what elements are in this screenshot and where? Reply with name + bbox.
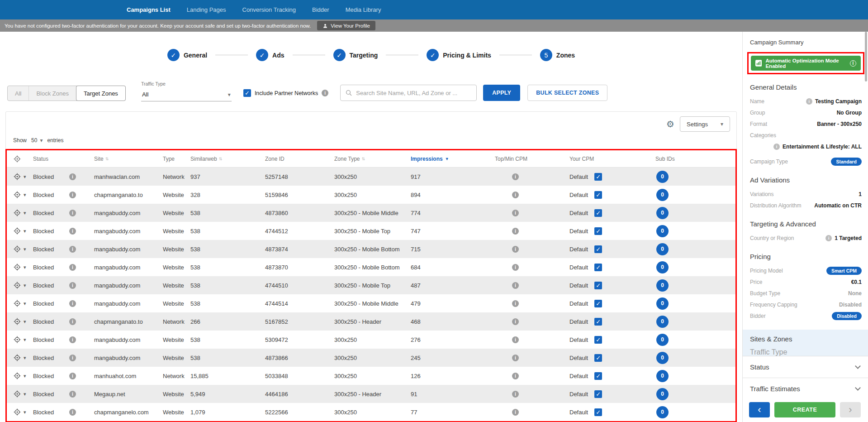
sub-ids-badge[interactable]: 0 xyxy=(656,316,669,328)
sub-ids-badge[interactable]: 0 xyxy=(656,279,669,292)
tab-landing-pages[interactable]: Landing Pages xyxy=(187,6,226,13)
col-your-cpm[interactable]: Your CPM xyxy=(569,156,655,162)
col-type[interactable]: Type xyxy=(163,156,190,162)
col-impressions-sorted[interactable]: Impressions▼ xyxy=(411,156,495,162)
row-expand-caret-icon[interactable]: ▾ xyxy=(24,210,26,216)
row-expand-caret-icon[interactable]: ▾ xyxy=(24,355,26,361)
target-zone-icon[interactable] xyxy=(13,155,21,163)
info-icon[interactable]: i xyxy=(69,318,76,325)
info-icon[interactable]: i xyxy=(806,98,812,105)
row-expand-caret-icon[interactable]: ▾ xyxy=(24,391,26,397)
top-min-cpm-info-icon[interactable]: i xyxy=(512,210,519,216)
entries-count-select[interactable]: 50 ▾ xyxy=(31,137,43,144)
target-zone-icon[interactable] xyxy=(13,317,21,326)
target-zone-icon[interactable] xyxy=(13,336,21,344)
your-cpm-checkbox[interactable]: ✓ xyxy=(594,372,602,380)
info-icon[interactable]: i xyxy=(69,336,76,343)
info-icon[interactable]: i xyxy=(825,235,832,241)
gear-icon[interactable]: ⚙ xyxy=(666,120,674,129)
your-cpm-checkbox[interactable]: ✓ xyxy=(594,300,602,307)
target-zone-icon[interactable] xyxy=(13,263,21,271)
automatic-optimization-button[interactable]: Automatic Optimization Mode Enabled i xyxy=(751,56,861,71)
col-zone-id[interactable]: Zone ID xyxy=(265,156,334,162)
step-targeting[interactable]: ✓ Targeting xyxy=(333,49,378,61)
top-min-cpm-info-icon[interactable]: i xyxy=(512,355,519,361)
info-icon[interactable]: i xyxy=(69,282,76,289)
top-min-cpm-info-icon[interactable]: i xyxy=(512,336,519,343)
top-min-cpm-info-icon[interactable]: i xyxy=(512,373,519,379)
traffic-type-select[interactable]: All ▾ xyxy=(141,89,232,101)
your-cpm-checkbox[interactable]: ✓ xyxy=(594,336,602,344)
sub-ids-badge[interactable]: 0 xyxy=(656,261,669,273)
info-icon[interactable]: i xyxy=(69,373,76,379)
zone-search-input[interactable] xyxy=(356,90,472,96)
top-min-cpm-info-icon[interactable]: i xyxy=(512,282,519,289)
top-min-cpm-info-icon[interactable]: i xyxy=(512,246,519,253)
info-icon[interactable]: i xyxy=(69,391,76,398)
status-collapsible[interactable]: Status xyxy=(743,356,868,378)
your-cpm-checkbox[interactable]: ✓ xyxy=(594,209,602,217)
your-cpm-checkbox[interactable]: ✓ xyxy=(594,191,602,199)
your-cpm-checkbox[interactable]: ✓ xyxy=(594,282,602,289)
segment-all[interactable]: All xyxy=(8,86,29,101)
top-min-cpm-info-icon[interactable]: i xyxy=(512,228,519,235)
top-min-cpm-info-icon[interactable]: i xyxy=(512,173,519,180)
top-min-cpm-info-icon[interactable]: i xyxy=(512,391,519,398)
your-cpm-checkbox[interactable]: ✓ xyxy=(594,318,602,326)
row-expand-caret-icon[interactable]: ▾ xyxy=(24,373,26,379)
segment-target-zones[interactable]: Target Zones xyxy=(76,86,126,101)
settings-dropdown[interactable]: Settings ▾ xyxy=(680,116,730,132)
col-similarweb[interactable]: Similarweb⇅ xyxy=(190,156,265,162)
col-site[interactable]: Site⇅ xyxy=(94,156,163,162)
sub-ids-badge[interactable]: 0 xyxy=(656,406,669,418)
row-expand-caret-icon[interactable]: ▾ xyxy=(24,337,26,343)
create-button[interactable]: CREATE xyxy=(774,402,835,417)
your-cpm-checkbox[interactable]: ✓ xyxy=(594,227,602,235)
sub-ids-badge[interactable]: 0 xyxy=(656,243,669,255)
row-expand-caret-icon[interactable]: ▾ xyxy=(24,246,26,252)
target-zone-icon[interactable] xyxy=(13,390,21,398)
col-zone-type[interactable]: Zone Type⇅ xyxy=(334,156,411,162)
info-icon[interactable]: i xyxy=(69,355,76,361)
top-min-cpm-info-icon[interactable]: i xyxy=(512,264,519,271)
row-expand-caret-icon[interactable]: ▾ xyxy=(24,409,26,415)
info-icon[interactable]: i xyxy=(322,90,328,96)
tab-conversion-tracking[interactable]: Conversion Tracking xyxy=(242,6,296,13)
info-icon[interactable]: i xyxy=(69,173,76,180)
tab-bidder[interactable]: Bidder xyxy=(312,6,329,13)
sub-ids-badge[interactable]: 0 xyxy=(656,334,669,346)
traffic-estimates-collapsible[interactable]: Traffic Estimates xyxy=(743,378,868,399)
step-done-check-icon[interactable]: ✓ xyxy=(427,49,439,61)
segment-block-zones[interactable]: Block Zones xyxy=(29,86,76,101)
step-number-badge[interactable]: 5 xyxy=(540,49,552,61)
step-ads[interactable]: ✓ Ads xyxy=(256,49,284,61)
sub-ids-badge[interactable]: 0 xyxy=(656,388,669,400)
sub-ids-badge[interactable]: 0 xyxy=(656,225,669,237)
sub-ids-badge[interactable]: 0 xyxy=(656,171,669,183)
col-top-min-cpm[interactable]: Top/Min CPM xyxy=(495,156,569,162)
target-zone-icon[interactable] xyxy=(13,354,21,362)
apply-button[interactable]: APPLY xyxy=(483,85,520,101)
your-cpm-checkbox[interactable]: ✓ xyxy=(594,408,602,416)
top-min-cpm-info-icon[interactable]: i xyxy=(512,192,519,198)
target-zone-icon[interactable] xyxy=(13,191,21,199)
your-cpm-checkbox[interactable]: ✓ xyxy=(594,245,602,253)
info-icon[interactable]: i xyxy=(69,300,76,307)
target-zone-icon[interactable] xyxy=(13,173,21,181)
info-icon[interactable]: i xyxy=(69,246,76,253)
row-expand-caret-icon[interactable]: ▾ xyxy=(24,264,26,270)
sub-ids-badge[interactable]: 0 xyxy=(656,297,669,310)
your-cpm-checkbox[interactable]: ✓ xyxy=(594,264,602,271)
sub-ids-badge[interactable]: 0 xyxy=(656,370,669,382)
target-zone-icon[interactable] xyxy=(13,408,21,416)
target-zone-icon[interactable] xyxy=(13,299,21,307)
row-expand-caret-icon[interactable]: ▾ xyxy=(24,228,26,234)
info-icon[interactable]: i xyxy=(69,228,76,235)
target-zone-icon[interactable] xyxy=(13,245,21,253)
previous-step-button[interactable]: ‹ xyxy=(749,402,770,417)
row-expand-caret-icon[interactable]: ▾ xyxy=(24,283,26,288)
next-step-button[interactable]: › xyxy=(840,402,861,417)
sub-ids-badge[interactable]: 0 xyxy=(656,207,669,219)
info-icon[interactable]: i xyxy=(69,409,76,416)
target-zone-icon[interactable] xyxy=(13,209,21,217)
